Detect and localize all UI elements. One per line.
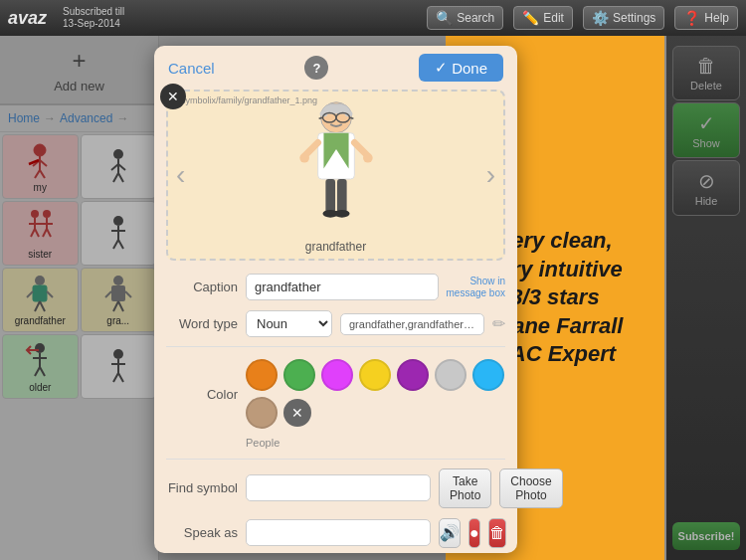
grandfather-image	[281, 96, 391, 236]
divider-2	[166, 459, 505, 460]
edit-icon: ✏️	[522, 10, 539, 26]
color-magenta[interactable]	[321, 359, 353, 391]
image-path: _symbolix/family/grandfather_1.png	[176, 95, 317, 105]
help-button[interactable]: ❓ Help	[674, 6, 738, 30]
color-palette: ✕	[246, 359, 505, 429]
edit-synonyms-button[interactable]: ✏	[492, 314, 505, 333]
color-cyan[interactable]	[472, 359, 504, 391]
image-caption: grandfather	[305, 240, 366, 254]
topbar: avaz Subscribed till 13-Sep-2014 🔍 Searc…	[0, 0, 746, 36]
remove-image-button[interactable]: ✕	[160, 84, 186, 109]
record-button[interactable]: ●	[468, 518, 480, 548]
color-clear-button[interactable]: ✕	[283, 399, 311, 427]
word-type-label: Word type	[166, 316, 238, 331]
speak-as-label: Speak as	[166, 525, 238, 540]
svg-point-64	[299, 153, 309, 163]
color-orange[interactable]	[246, 359, 278, 391]
delete-audio-button[interactable]: 🗑	[488, 518, 506, 548]
svg-line-58	[349, 117, 353, 118]
subscription-info: Subscribed till 13-Sep-2014	[63, 6, 124, 30]
prev-image-button[interactable]: ‹	[172, 159, 189, 191]
find-symbol-input[interactable]	[246, 474, 431, 501]
svg-line-57	[318, 117, 322, 118]
done-check-icon: ✓	[435, 59, 448, 77]
search-icon: 🔍	[436, 10, 453, 26]
brand-logo: avaz	[8, 8, 47, 29]
show-in-message-box-button[interactable]: Show in message box	[447, 276, 505, 299]
take-photo-button[interactable]: Take Photo	[439, 468, 491, 508]
synonyms-field: grandfather,grandfather's,grandf...	[340, 313, 484, 335]
next-image-button[interactable]: ›	[482, 159, 499, 191]
done-button[interactable]: ✓ Done	[419, 54, 503, 82]
dialog-header: Cancel ? ✓ Done	[154, 46, 517, 90]
divider-1	[166, 346, 505, 347]
find-symbol-label: Find symbol	[166, 480, 238, 495]
search-button[interactable]: 🔍 Search	[427, 6, 503, 30]
choose-photo-button[interactable]: Choose Photo	[499, 468, 562, 508]
caption-input[interactable]	[246, 274, 439, 300]
caption-row: Caption Show in message box	[154, 269, 517, 305]
color-category-label: People	[166, 433, 505, 451]
svg-point-65	[363, 153, 373, 163]
svg-point-69	[334, 210, 349, 218]
cancel-button[interactable]: Cancel	[168, 60, 215, 77]
svg-rect-66	[325, 179, 335, 213]
color-tan[interactable]	[246, 397, 278, 429]
edit-button[interactable]: ✏️ Edit	[513, 6, 573, 30]
color-purple[interactable]	[397, 359, 429, 391]
color-gray[interactable]	[435, 359, 466, 391]
color-section: Color ✕ People	[154, 351, 517, 455]
speak-as-input[interactable]	[246, 519, 431, 546]
color-row: Color ✕	[166, 355, 505, 433]
word-type-select[interactable]: Noun Verb Adjective	[246, 310, 332, 337]
gear-icon: ⚙️	[592, 10, 609, 26]
speak-as-row: Speak as 🔊 ● 🗑	[154, 513, 517, 553]
color-yellow[interactable]	[359, 359, 391, 391]
color-green[interactable]	[283, 359, 315, 391]
edit-dialog: Cancel ? ✓ Done _symbolix/family/grandfa…	[154, 46, 517, 553]
svg-rect-67	[336, 179, 346, 213]
word-type-row: Word type Noun Verb Adjective grandfathe…	[154, 305, 517, 342]
settings-button[interactable]: ⚙️ Settings	[583, 6, 664, 30]
speaker-button[interactable]: 🔊	[439, 518, 461, 548]
color-label: Color	[166, 387, 238, 402]
find-symbol-row: Find symbol Take Photo Choose Photo	[154, 464, 517, 513]
help-icon: ❓	[683, 10, 700, 26]
caption-label: Caption	[166, 280, 238, 294]
image-preview-area: _symbolix/family/grandfather_1.png ✕ ‹	[166, 90, 505, 261]
help-circle-icon[interactable]: ?	[304, 56, 328, 80]
